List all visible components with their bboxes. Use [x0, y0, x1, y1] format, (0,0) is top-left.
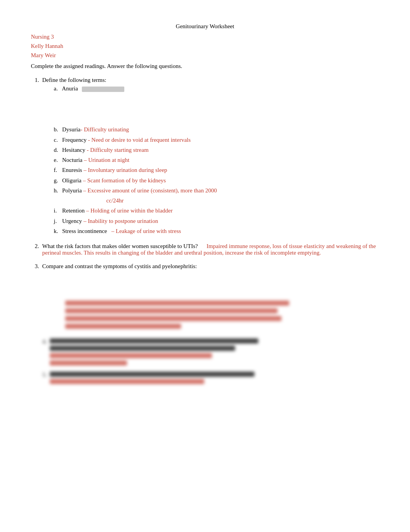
q3-answer-blurred: [65, 301, 379, 329]
question-1: Define the following terms: a. Anuria b.…: [35, 77, 379, 236]
page-title: Genitourinary Worksheet: [31, 23, 379, 30]
q1-label: Define the following terms:: [42, 77, 106, 83]
q3-label: Compare and contrast the symptoms of cys…: [42, 263, 197, 269]
question-2: What the risk factors that makes older w…: [35, 243, 379, 256]
q1-terms-list: a. Anuria b. Dysuria- Difficulty urinati…: [42, 83, 379, 236]
term-anuria: a. Anuria: [54, 83, 379, 93]
term-frequency: c. Frequency - Need or desire to void at…: [54, 135, 379, 145]
instructions: Complete the assigned readings. Answer t…: [31, 61, 379, 71]
questions-list: Define the following terms: a. Anuria b.…: [31, 77, 379, 331]
term-retention: i. Retention – Holding of urine within t…: [54, 206, 379, 216]
q2-label: What the risk factors that makes older w…: [42, 243, 198, 249]
term-hesitancy: d. Hesitancy - Difficulty starting strea…: [54, 145, 379, 155]
term-oliguria: g. Oliguria – Scant formation of by the …: [54, 175, 379, 185]
course-label: Nursing 3: [31, 32, 379, 41]
term-nocturia: e. Nocturia – Urination at night: [54, 155, 379, 165]
term-polyuria: h. Polyuria – Excessive amount of urine …: [54, 185, 379, 206]
question-5-blurred: 5.: [42, 372, 379, 384]
question-4-blurred: 4.: [42, 338, 379, 365]
anuria-blank: [82, 87, 124, 92]
spacer-1: [54, 93, 379, 124]
term-urgency: j. Urgency – Inability to postpone urina…: [54, 216, 379, 226]
instructor-label: Kelly Hannah: [31, 41, 379, 51]
question-3: Compare and contrast the symptoms of cys…: [35, 263, 379, 331]
term-stress-incontinence: k. Stress incontinence – Leakage of urin…: [54, 226, 379, 236]
term-enuresis: f. Enuresis – Involuntary urination duri…: [54, 165, 379, 175]
student-label: Mary Weir: [31, 51, 379, 60]
term-dysuria: b. Dysuria- Difficulty urinating: [54, 124, 379, 134]
